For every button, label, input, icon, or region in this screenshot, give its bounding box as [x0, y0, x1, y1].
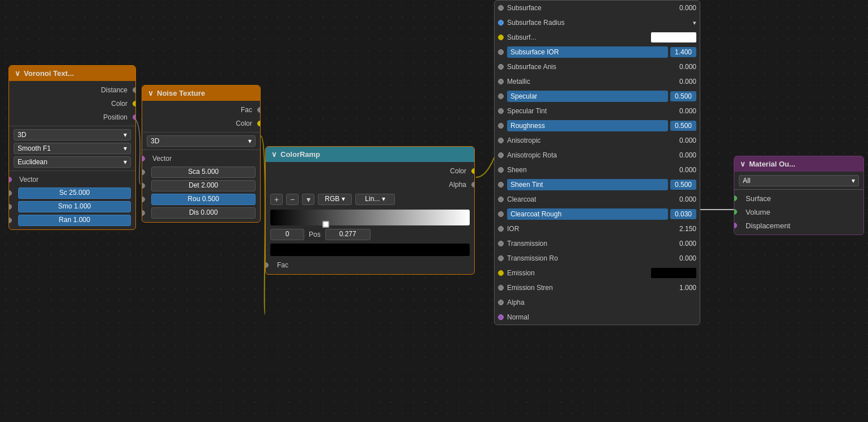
noise-dimension-dropdown[interactable]: 3D ▾: [147, 135, 256, 147]
vector-socket-in[interactable]: [8, 177, 12, 182]
colorramp-title: ColorRamp: [280, 150, 320, 159]
subsurf-ior-socket[interactable]: [498, 49, 504, 55]
subsurface-radius-socket[interactable]: [498, 20, 504, 25]
colorramp-dropdown-btn[interactable]: ▾: [302, 194, 314, 205]
noise-scale-socket[interactable]: [142, 169, 145, 175]
colorramp-pos-row: 0 Pos 0.277: [266, 228, 474, 241]
clearcoat-rough-socket[interactable]: [498, 211, 504, 217]
random-socket[interactable]: [8, 218, 12, 223]
noise-output-fac: Fac: [142, 103, 260, 117]
sheen-tint-socket[interactable]: [498, 182, 504, 187]
material-output-node[interactable]: ∨ Material Ou... All ▾ Surface Volume Di…: [734, 156, 864, 235]
random-field[interactable]: Ran 1.000: [18, 215, 131, 226]
specular-socket[interactable]: [498, 93, 504, 99]
metallic-socket[interactable]: [498, 79, 504, 84]
material-output-dropdown-row: All ▾: [734, 174, 863, 187]
subsurf-color-swatch[interactable]: [651, 32, 696, 42]
colorramp-node[interactable]: ∨ ColorRamp Color Alpha + − ▾ RGB ▾ Lin.…: [265, 146, 475, 275]
material-output-type-dropdown[interactable]: All ▾: [739, 175, 859, 186]
specular-tint-socket[interactable]: [498, 108, 504, 114]
prop-sheen-tint: Sheen Tint 0.500: [495, 177, 700, 192]
prop-anisotropic: Anisotropic 0.000: [495, 133, 700, 148]
sheen-socket[interactable]: [498, 167, 504, 173]
noise-vector-socket[interactable]: [142, 156, 145, 161]
noise-scale-field[interactable]: Sca 5.000: [151, 167, 256, 178]
noise-distortion-field[interactable]: Dis 0.000: [151, 207, 256, 219]
colorramp-fac-input: Fac: [266, 258, 474, 272]
colorramp-body: Color Alpha + − ▾ RGB ▾ Lin... ▾ 0: [266, 162, 474, 274]
displacement-socket[interactable]: [734, 223, 737, 228]
transmission-ro-socket[interactable]: [498, 255, 504, 261]
voronoi-distance-row: Euclidean ▾: [9, 155, 135, 169]
colorramp-color-socket[interactable]: [471, 168, 475, 174]
voronoi-texture-node[interactable]: ∨ Voronoi Text... Distance Color Positio…: [8, 65, 136, 230]
prop-clearcoat-rough: Clearcoat Rough 0.030: [495, 207, 700, 221]
noise-roughness-socket[interactable]: [142, 197, 145, 202]
colorramp-remove-btn[interactable]: −: [286, 194, 299, 205]
noise-texture-node[interactable]: ∨ Noise Texture Fac Color 3D ▾ Vector: [142, 85, 261, 223]
voronoi-random-input: Ran 1.000: [9, 214, 135, 227]
smooth-field[interactable]: Smo 1.000: [18, 201, 131, 212]
colorramp-interp-select[interactable]: Lin... ▾: [355, 194, 395, 205]
prop-alpha: Alpha: [495, 295, 700, 310]
emission-socket[interactable]: [498, 270, 504, 276]
transmission-socket[interactable]: [498, 241, 504, 246]
colorramp-gradient: [270, 210, 470, 225]
prop-emission: Emission: [495, 266, 700, 280]
noise-detail-socket[interactable]: [142, 183, 145, 189]
subsurf-anis-socket[interactable]: [498, 64, 504, 70]
colorramp-alpha-socket[interactable]: [471, 182, 475, 187]
distance-socket[interactable]: [133, 87, 136, 93]
voronoi-feature-row: Smooth F1 ▾: [9, 142, 135, 155]
colorramp-fac-socket[interactable]: [265, 262, 269, 268]
colorramp-mode-select[interactable]: RGB ▾: [318, 194, 352, 205]
principled-bsdf-node[interactable]: Subsurface 0.000 Subsurface Radius ▾ Sub…: [494, 0, 700, 325]
prop-roughness: Roughness 0.500: [495, 118, 700, 133]
voronoi-scale-input: Sc 25.000: [9, 186, 135, 200]
colorramp-bottom-swatch[interactable]: [270, 244, 470, 256]
emission-strength-socket[interactable]: [498, 285, 504, 291]
noise-scale-row: Sca 5.000: [142, 165, 260, 179]
voronoi-node-title: Voronoi Text...: [24, 69, 74, 78]
colorramp-index-field[interactable]: 0: [270, 229, 304, 240]
surface-socket[interactable]: [734, 195, 737, 201]
noise-detail-field[interactable]: Det 2.000: [151, 180, 256, 191]
noise-output-color: Color: [142, 117, 260, 130]
anisotropic-socket[interactable]: [498, 138, 504, 143]
noise-roughness-field[interactable]: Rou 0.500: [151, 194, 256, 205]
prop-subsurf-color: Subsurf...: [495, 30, 700, 45]
colorramp-marker[interactable]: [322, 221, 329, 228]
anisotropic-rota-socket[interactable]: [498, 152, 504, 158]
dimension-dropdown[interactable]: 3D ▾: [14, 129, 131, 140]
position-socket[interactable]: [133, 114, 136, 120]
smooth-socket[interactable]: [8, 204, 12, 210]
noise-roughness-row: Rou 0.500: [142, 193, 260, 206]
roughness-socket[interactable]: [498, 123, 504, 129]
distance-dropdown[interactable]: Euclidean ▾: [14, 156, 131, 168]
scale-field[interactable]: Sc 25.000: [18, 187, 131, 199]
prop-subsurface-radius: Subsurface Radius ▾: [495, 15, 700, 30]
colorramp-pos-field[interactable]: 0.277: [325, 229, 371, 240]
ior-socket[interactable]: [498, 226, 504, 232]
material-output-volume: Volume: [734, 205, 863, 219]
subsurf-color-socket[interactable]: [498, 35, 504, 40]
voronoi-node-body: Distance Color Position 3D ▾ Smooth F1 ▾: [9, 81, 135, 229]
prop-ior: IOR 2.150: [495, 221, 700, 236]
prop-transmission-ro: Transmission Ro 0.000: [495, 251, 700, 266]
noise-color-out[interactable]: [257, 121, 261, 126]
feature-dropdown[interactable]: Smooth F1 ▾: [14, 143, 131, 154]
normal-socket[interactable]: [498, 314, 504, 320]
colorramp-add-btn[interactable]: +: [270, 194, 283, 205]
volume-socket[interactable]: [734, 209, 737, 215]
subsurface-socket[interactable]: [498, 5, 504, 11]
emission-swatch[interactable]: [651, 268, 696, 278]
clearcoat-socket[interactable]: [498, 197, 504, 202]
noise-distortion-socket[interactable]: [142, 210, 145, 216]
prop-sheen: Sheen 0.000: [495, 163, 700, 177]
color-socket-out[interactable]: [133, 101, 136, 106]
fac-socket-out[interactable]: [257, 107, 261, 113]
alpha-socket[interactable]: [498, 300, 504, 305]
material-output-header: ∨ Material Ou...: [734, 156, 863, 172]
prop-subsurface: Subsurface 0.000: [495, 1, 700, 15]
scale-socket[interactable]: [8, 190, 12, 196]
